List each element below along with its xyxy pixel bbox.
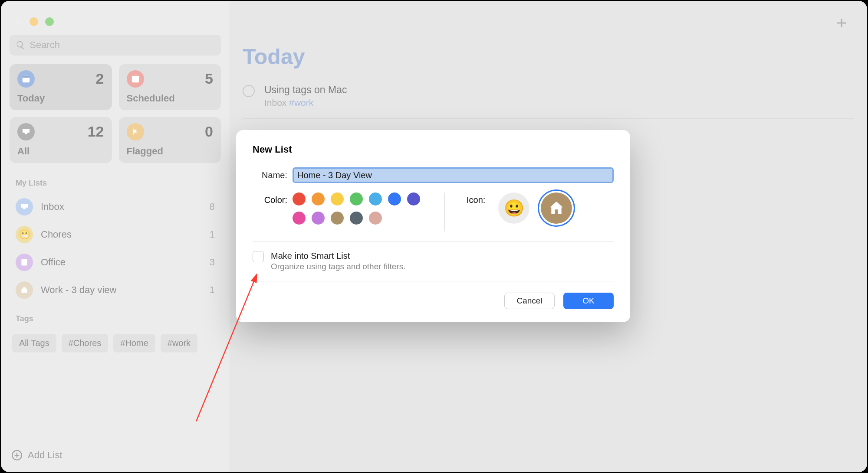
separator <box>253 281 614 281</box>
ok-button[interactable]: OK <box>563 293 614 309</box>
app-window: 2 Today 5 Scheduled 12 <box>1 1 867 472</box>
reminder-title: Using tags on Mac <box>264 84 347 96</box>
search-icon <box>16 40 25 50</box>
list-item-chores[interactable]: 😬 Chores 1 <box>10 222 221 248</box>
color-label: Color: <box>253 192 293 205</box>
dialog-title: New List <box>253 144 614 155</box>
list-name-input[interactable] <box>293 167 614 183</box>
all-label: All <box>17 146 104 157</box>
add-list-label: Add List <box>28 450 62 461</box>
inbox-label: Inbox <box>41 201 202 212</box>
svg-rect-2 <box>132 76 139 83</box>
color-indigo[interactable] <box>407 192 420 206</box>
work-label: Work - 3 day view <box>41 284 202 296</box>
my-lists: Inbox 8 😬 Chores 1 Office 3 Work - 3 day… <box>10 194 221 303</box>
tag-home[interactable]: #Home <box>113 334 155 352</box>
search-input[interactable] <box>30 39 215 51</box>
icon-option-emoji[interactable]: 😀 <box>498 192 529 224</box>
smart-card-scheduled[interactable]: 5 Scheduled <box>119 64 221 110</box>
svg-rect-3 <box>21 259 27 266</box>
tags-row: All Tags #Chores #Home #work <box>10 334 221 352</box>
smart-card-today[interactable]: 2 Today <box>10 64 112 110</box>
calendar-icon <box>127 70 144 88</box>
work-list-icon <box>16 281 33 299</box>
office-count: 3 <box>210 257 215 268</box>
flag-icon <box>127 123 144 140</box>
tag-chores[interactable]: #Chores <box>62 334 108 352</box>
tray-icon <box>17 123 35 140</box>
close-window-button[interactable] <box>14 17 23 26</box>
name-label: Name: <box>253 170 293 180</box>
home-icon <box>548 199 565 217</box>
separator <box>253 241 614 241</box>
chores-label: Chores <box>41 229 202 240</box>
tag-all[interactable]: All Tags <box>12 334 56 352</box>
color-pink[interactable] <box>293 212 306 225</box>
inbox-list-icon <box>16 198 33 215</box>
icon-label: Icon: <box>467 192 485 205</box>
color-orange[interactable] <box>312 192 325 206</box>
svg-rect-1 <box>23 76 30 78</box>
icon-picker: 😀 <box>498 192 572 224</box>
color-blue[interactable] <box>388 192 401 206</box>
plus-circle-icon <box>11 450 23 461</box>
new-list-dialog: New List Name: Color: Icon: <box>236 130 630 322</box>
smart-lists-grid: 2 Today 5 Scheduled 12 <box>10 64 221 163</box>
smartlist-option[interactable]: Make into Smart List Organize using tags… <box>253 251 614 271</box>
add-list-button[interactable]: Add List <box>11 450 62 461</box>
all-count: 12 <box>88 123 104 140</box>
smart-card-flagged[interactable]: 0 Flagged <box>119 117 221 163</box>
inbox-count: 8 <box>210 201 215 212</box>
flagged-count: 0 <box>205 123 213 140</box>
icon-option-home[interactable] <box>541 192 572 224</box>
flagged-label: Flagged <box>127 146 214 157</box>
office-list-icon <box>16 254 33 271</box>
today-count: 2 <box>96 70 104 87</box>
list-item-work[interactable]: Work - 3 day view 1 <box>10 277 221 303</box>
reminder-list: Inbox <box>264 98 286 108</box>
smartlist-title: Make into Smart List <box>271 251 406 261</box>
color-yellow[interactable] <box>331 192 344 206</box>
chores-list-icon: 😬 <box>16 226 33 243</box>
reminder-meta: Inbox #work <box>264 98 347 108</box>
scheduled-count: 5 <box>205 70 213 87</box>
work-count: 1 <box>210 284 215 296</box>
scheduled-label: Scheduled <box>127 93 214 104</box>
chores-count: 1 <box>210 229 215 240</box>
reminder-item[interactable]: Using tags on Mac Inbox #work <box>243 82 854 119</box>
divider <box>444 192 445 232</box>
office-label: Office <box>41 257 202 268</box>
search-field[interactable] <box>10 35 221 55</box>
cancel-button[interactable]: Cancel <box>504 293 555 309</box>
color-gray[interactable] <box>350 212 363 225</box>
dialog-buttons: Cancel OK <box>253 293 614 309</box>
mylists-header: My Lists <box>16 179 221 188</box>
tags-header: Tags <box>16 314 221 323</box>
list-item-office[interactable]: Office 3 <box>10 249 221 275</box>
today-label: Today <box>17 93 104 104</box>
list-item-inbox[interactable]: Inbox 8 <box>10 194 221 220</box>
color-brown[interactable] <box>331 212 344 225</box>
color-purple[interactable] <box>312 212 325 225</box>
page-title: Today <box>243 44 854 69</box>
reminder-checkbox[interactable] <box>243 85 255 97</box>
smart-card-all[interactable]: 12 All <box>10 117 112 163</box>
calendar-today-icon <box>17 70 35 88</box>
color-swatches <box>293 192 436 225</box>
smartlist-subtitle: Organize using tags and other filters. <box>271 262 406 271</box>
color-red[interactable] <box>293 192 306 206</box>
color-lightblue[interactable] <box>369 192 382 206</box>
reminder-tag: #work <box>289 98 313 108</box>
minimize-window-button[interactable] <box>30 17 38 26</box>
color-rose[interactable] <box>369 212 382 225</box>
color-green[interactable] <box>350 192 363 206</box>
tag-work[interactable]: #work <box>161 334 197 352</box>
window-controls <box>14 17 54 26</box>
maximize-window-button[interactable] <box>45 17 54 26</box>
sidebar: 2 Today 5 Scheduled 12 <box>1 1 230 472</box>
new-reminder-button[interactable] <box>835 16 848 29</box>
smartlist-checkbox[interactable] <box>253 251 264 262</box>
